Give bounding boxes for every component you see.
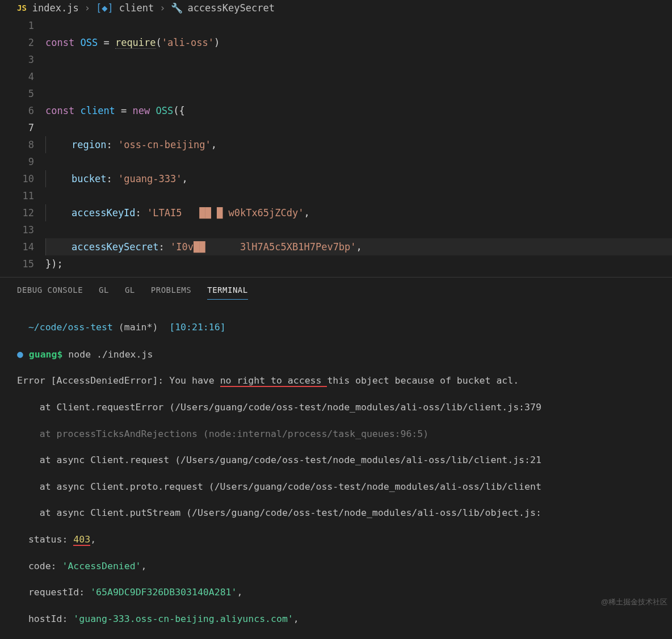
line-number: 12 — [0, 204, 34, 221]
line-number: 5 — [0, 85, 34, 102]
line-number: 10 — [0, 170, 34, 187]
line-number-current: 7 — [0, 119, 34, 136]
code-token: 'I0v██ 3lH7A5c5XB1H7Pev7bp' — [170, 241, 356, 253]
js-file-icon: JS — [17, 3, 27, 12]
watermark: @稀土掘金技术社区 — [601, 597, 667, 607]
code-token: client — [80, 105, 115, 116]
code-token: OSS — [156, 105, 174, 116]
terminal-time: [10:21:16] — [169, 322, 225, 333]
panel-tabs: DEBUG CONSOLE GL GL PROBLEMS TERMINAL — [0, 278, 672, 300]
code-token: const — [45, 37, 74, 48]
terminal-output[interactable]: ~/code/oss-test (main*) [10:21:16] ● gua… — [0, 300, 672, 632]
terminal-prop-value: 'AccessDenied' — [62, 561, 141, 571]
breadcrumb-symbol-client[interactable]: client — [119, 2, 154, 14]
line-number: 13 — [0, 221, 34, 238]
wrench-icon: 🔧 — [171, 2, 183, 14]
line-number: 3 — [0, 51, 34, 68]
terminal-prop-value: 'guang-333.oss-cn-beijing.aliyuncs.com' — [73, 613, 293, 624]
breadcrumb-symbol-accesskeysecret[interactable]: accessKeySecret — [187, 2, 275, 14]
line-number: 6 — [0, 102, 34, 119]
tab-gl-2[interactable]: GL — [125, 283, 135, 300]
tab-problems[interactable]: PROBLEMS — [151, 283, 191, 300]
code-editor[interactable]: 1 2 3 4 5 6 7 8 9 10 11 12 13 14 15 cons… — [0, 17, 672, 277]
line-number: 15 — [0, 255, 34, 272]
terminal-error-line: Error [AccessDeniedError]: You have no r… — [17, 374, 662, 387]
variable-icon: [◆] — [96, 2, 114, 14]
terminal-prompt: guang$ — [29, 349, 63, 360]
terminal-prop-key: code: — [28, 561, 57, 571]
terminal-prop-key: requestId: — [28, 587, 85, 598]
tab-terminal[interactable]: TERMINAL — [207, 283, 247, 300]
line-number: 9 — [0, 153, 34, 170]
tab-debug-console[interactable]: DEBUG CONSOLE — [17, 283, 83, 300]
terminal-prop-key: status: — [28, 534, 68, 545]
terminal-prop-value: 403 — [73, 534, 90, 546]
terminal-trace: at Client.requestError (/Users/guang/cod… — [17, 401, 662, 414]
prompt-indicator-icon: ● — [17, 348, 23, 360]
terminal-branch: (main*) — [119, 322, 158, 333]
code-token: 'LTAI5 ██ █ w0kTx65jZCdy' — [147, 207, 304, 218]
terminal-prop-value: '65A9DC9DF326DB303140A281' — [90, 587, 237, 598]
code-token: bucket — [72, 173, 106, 184]
code-token: 'guang-333' — [118, 173, 182, 184]
line-number: 14 — [0, 238, 34, 255]
chevron-right-icon: › — [159, 2, 165, 14]
code-token: 'oss-cn-beijing' — [118, 139, 211, 150]
chevron-right-icon: › — [85, 2, 90, 14]
code-token: 'ali-oss' — [162, 37, 214, 48]
line-number: 1 — [0, 17, 34, 34]
code-token: require — [115, 37, 156, 49]
code-content[interactable]: const OSS = require('ali-oss') const cli… — [45, 17, 672, 277]
line-number: 8 — [0, 136, 34, 153]
line-number: 2 — [0, 34, 34, 51]
code-token: OSS — [80, 37, 98, 48]
terminal-trace: at async Client.putStream (/Users/guang/… — [17, 506, 662, 519]
code-token: accessKeySecret — [72, 241, 159, 253]
breadcrumb: JS index.js › [◆] client › 🔧 accessKeySe… — [0, 0, 672, 17]
line-number: 4 — [0, 68, 34, 85]
bottom-panel: DEBUG CONSOLE GL GL PROBLEMS TERMINAL ~/… — [0, 277, 672, 632]
terminal-trace: at processTicksAndRejections (node:inter… — [17, 427, 662, 440]
tab-gl[interactable]: GL — [99, 283, 109, 300]
terminal-trace: at async Client.request (/Users/guang/co… — [17, 453, 662, 466]
line-number: 11 — [0, 187, 34, 204]
code-token: accessKeyId — [72, 207, 136, 218]
terminal-cwd: ~/code/oss-test — [28, 322, 113, 333]
line-number-gutter: 1 2 3 4 5 6 7 8 9 10 11 12 13 14 15 — [0, 17, 45, 277]
terminal-prop-key: hostId: — [28, 613, 68, 624]
terminal-trace: at async Client.proto.request (/Users/gu… — [17, 480, 662, 493]
code-token: region — [72, 139, 106, 150]
code-token: const — [45, 105, 74, 116]
terminal-command: node ./index.js — [68, 349, 153, 360]
breadcrumb-file[interactable]: index.js — [32, 2, 79, 14]
code-token: new — [133, 105, 150, 116]
